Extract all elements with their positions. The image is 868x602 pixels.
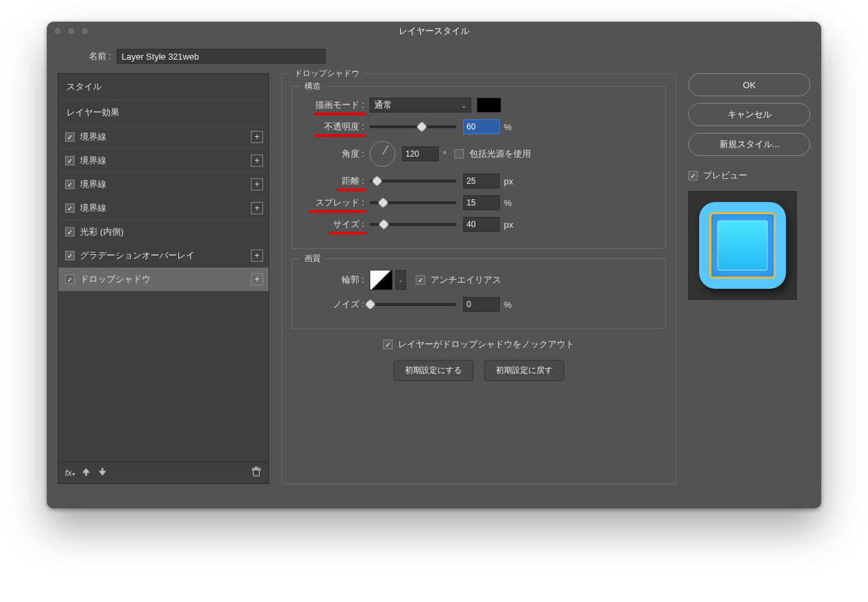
effects-list: スタイル レイヤー効果 境界線 + 境界線 + 境界線	[58, 73, 269, 484]
distance-unit: px	[504, 176, 513, 186]
distance-slider[interactable]	[370, 180, 456, 182]
blend-mode-select[interactable]: 通常 ⌄	[370, 98, 471, 113]
highlight-underline	[309, 210, 366, 213]
spread-unit: %	[504, 198, 512, 208]
highlight-underline	[314, 134, 366, 137]
opacity-slider[interactable]	[370, 125, 456, 128]
add-effect-icon[interactable]: +	[251, 202, 263, 214]
move-down-icon[interactable]	[98, 467, 107, 479]
size-label: サイズ :	[333, 219, 364, 229]
blend-mode-value: 通常	[374, 99, 392, 111]
highlight-underline	[329, 232, 366, 235]
angle-input[interactable]	[402, 146, 439, 161]
noise-slider[interactable]	[370, 303, 456, 306]
checkbox-icon[interactable]	[65, 275, 75, 284]
angle-unit: °	[443, 149, 446, 159]
contour-picker[interactable]	[370, 270, 393, 290]
distance-input[interactable]	[463, 174, 500, 188]
blend-mode-label: 描画モード :	[315, 100, 364, 110]
highlight-underline	[314, 113, 366, 115]
antialias-label: アンチエイリアス	[431, 274, 501, 286]
checkbox-icon[interactable]	[65, 227, 75, 237]
preview-checkbox[interactable]	[688, 171, 698, 180]
angle-dial[interactable]	[370, 141, 395, 167]
noise-input[interactable]	[463, 297, 500, 312]
window-title: レイヤースタイル	[399, 25, 469, 37]
effect-stroke-1[interactable]: 境界線 +	[58, 125, 269, 149]
opacity-unit: %	[504, 122, 512, 132]
effect-inner-glow[interactable]: 光彩 (内側)	[58, 220, 269, 244]
traffic-close[interactable]	[54, 27, 62, 35]
trash-icon[interactable]	[251, 466, 262, 479]
spread-input[interactable]	[463, 195, 500, 210]
traffic-zoom[interactable]	[81, 27, 89, 35]
effect-label: 境界線	[80, 155, 106, 167]
new-style-button[interactable]: 新規スタイル...	[688, 133, 810, 156]
move-up-icon[interactable]	[81, 467, 91, 479]
layer-effects-row[interactable]: レイヤー効果	[58, 100, 269, 125]
checkbox-icon[interactable]	[65, 132, 75, 142]
preview-thumbnail	[688, 191, 797, 300]
effect-drop-shadow[interactable]: ドロップシャドウ +	[58, 268, 269, 292]
size-input[interactable]	[463, 217, 500, 232]
spread-label: スプレッド :	[315, 197, 364, 207]
quality-legend: 画質	[300, 253, 325, 264]
window-controls	[54, 27, 89, 35]
global-light-checkbox[interactable]	[454, 149, 464, 159]
panel-title: ドロップシャドウ	[290, 68, 363, 79]
effect-label: ドロップシャドウ	[80, 273, 151, 285]
contour-label: 輪郭 :	[342, 275, 364, 285]
effect-stroke-2[interactable]: 境界線 +	[58, 149, 269, 173]
checkbox-icon[interactable]	[65, 251, 75, 260]
traffic-minimize[interactable]	[67, 27, 75, 35]
add-effect-icon[interactable]: +	[251, 155, 263, 167]
structure-legend: 構造	[300, 81, 325, 92]
checkbox-icon[interactable]	[65, 203, 75, 213]
noise-unit: %	[504, 300, 512, 310]
make-default-button[interactable]: 初期設定にする	[393, 360, 473, 381]
spread-slider[interactable]	[370, 201, 456, 204]
add-effect-icon[interactable]: +	[251, 273, 263, 285]
opacity-label: 不透明度 :	[324, 121, 364, 132]
checkbox-icon[interactable]	[65, 180, 75, 189]
preview-label: プレビュー	[703, 169, 747, 182]
add-effect-icon[interactable]: +	[251, 178, 263, 190]
distance-label: 距離 :	[342, 176, 364, 186]
effects-header[interactable]: スタイル	[58, 74, 269, 100]
effect-stroke-4[interactable]: 境界線 +	[58, 197, 269, 220]
effect-label: 光彩 (内側)	[80, 226, 123, 238]
opacity-input[interactable]	[463, 119, 500, 134]
effect-stroke-3[interactable]: 境界線 +	[58, 173, 269, 197]
chevron-down-icon: ⌄	[461, 102, 467, 109]
titlebar[interactable]: レイヤースタイル	[47, 22, 821, 41]
add-effect-icon[interactable]: +	[251, 249, 263, 262]
effect-label: グラデーションオーバーレイ	[80, 249, 195, 262]
layer-style-dialog: レイヤースタイル 名前 : スタイル レイヤー効果 境界線 +	[47, 22, 821, 508]
effect-label: 境界線	[80, 202, 106, 214]
antialias-checkbox[interactable]	[416, 275, 425, 285]
name-input[interactable]	[117, 49, 326, 64]
size-slider[interactable]	[370, 223, 456, 226]
name-label: 名前 :	[89, 50, 111, 62]
effect-label: 境界線	[80, 178, 106, 190]
noise-label: ノイズ :	[333, 299, 364, 309]
shadow-color-swatch[interactable]	[477, 98, 501, 113]
add-effect-icon[interactable]: +	[251, 131, 263, 143]
effect-gradient-overlay[interactable]: グラデーションオーバーレイ +	[58, 244, 269, 268]
ok-button[interactable]: OK	[688, 73, 810, 96]
knockout-label: レイヤーがドロップシャドウをノックアウト	[398, 338, 574, 350]
global-light-label: 包括光源を使用	[469, 148, 531, 160]
angle-label: 角度 :	[342, 148, 364, 159]
contour-dropdown-icon[interactable]: ⌄	[395, 270, 406, 290]
reset-default-button[interactable]: 初期設定に戻す	[484, 360, 564, 381]
effect-label: 境界線	[80, 131, 106, 143]
highlight-underline	[337, 188, 366, 191]
fx-menu-icon[interactable]: fx▾	[65, 468, 75, 478]
checkbox-icon[interactable]	[65, 156, 75, 165]
cancel-button[interactable]: キャンセル	[688, 103, 810, 126]
knockout-checkbox[interactable]	[383, 340, 393, 349]
size-unit: px	[504, 220, 513, 230]
